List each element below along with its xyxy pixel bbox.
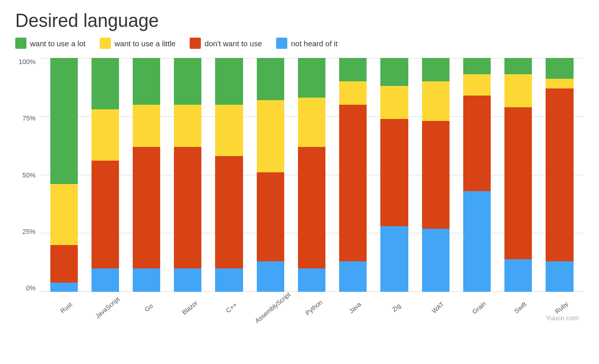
legend-label: want to use a little [114, 39, 175, 48]
bar-segment-notHeard [92, 268, 119, 292]
bar-segment-wantLittle [257, 100, 284, 173]
bar-segment-dontWant [463, 96, 491, 192]
bars-container: RustJavaScriptGoBlazorC++AssemblyScriptP… [40, 58, 584, 312]
bar-segment-wantLot [215, 58, 243, 105]
bar-group: WAT [416, 58, 455, 292]
bar-segment-wantLittle [92, 109, 119, 161]
bar-group: Grain [458, 58, 496, 292]
y-axis-label: 100% [19, 58, 36, 66]
bar-segment-dontWant [422, 121, 450, 229]
bar-group: Ruby [541, 58, 579, 292]
bar-segment-notHeard [133, 268, 160, 292]
bar-stack [257, 58, 284, 292]
bar-segment-wantLittle [50, 184, 78, 245]
y-axis-label: 25% [22, 228, 36, 235]
bar-group: JavaScript [86, 58, 124, 292]
legend-color-box [100, 38, 111, 49]
y-axis-label: 75% [22, 114, 36, 122]
bar-group: Rust [45, 58, 83, 292]
bar-stack [298, 58, 325, 292]
y-axis: 100%75%50%25%0% [15, 58, 40, 312]
bar-label: Go [143, 302, 155, 313]
bar-group: Zig [375, 58, 413, 292]
bar-label: Java [348, 301, 363, 315]
legend-color-box [15, 38, 26, 49]
bar-stack [133, 58, 160, 292]
bar-label: Grain [471, 300, 487, 315]
bar-group: Java [334, 58, 372, 292]
bar-segment-notHeard [339, 261, 367, 292]
bar-stack [504, 58, 532, 292]
bar-label: C++ [224, 301, 238, 314]
bar-segment-dontWant [298, 147, 325, 268]
bar-segment-wantLittle [339, 81, 367, 105]
bar-segment-dontWant [50, 245, 78, 283]
bar-segment-notHeard [463, 191, 491, 292]
bar-group: Blazor [169, 58, 207, 292]
legend: want to use a lotwant to use a littledon… [15, 38, 584, 49]
bar-segment-notHeard [504, 259, 532, 292]
bar-segment-notHeard [215, 268, 243, 292]
legend-item: not heard of it [276, 38, 338, 49]
bar-label: Zig [391, 302, 402, 313]
bar-segment-dontWant [504, 107, 532, 259]
y-axis-label: 0% [26, 284, 36, 292]
bar-label: Swift [513, 300, 528, 315]
bar-segment-notHeard [422, 229, 450, 292]
bar-group: Swift [499, 58, 537, 292]
bar-segment-wantLittle [463, 74, 491, 95]
legend-label: not heard of it [291, 39, 338, 48]
bar-segment-wantLot [546, 58, 573, 79]
bar-stack [92, 58, 119, 292]
bar-segment-wantLittle [133, 105, 160, 147]
bar-segment-wantLot [133, 58, 160, 105]
bar-stack [463, 58, 491, 292]
bar-segment-dontWant [339, 105, 367, 261]
bar-segment-notHeard [380, 226, 408, 292]
legend-item: want to use a little [100, 38, 175, 49]
chart-title: Desired language [15, 10, 584, 32]
bar-label: Rust [59, 301, 74, 315]
bar-group: Python [292, 58, 331, 292]
bar-segment-wantLot [92, 58, 119, 109]
bar-segment-wantLot [298, 58, 325, 98]
bar-segment-dontWant [174, 147, 201, 268]
bar-stack [215, 58, 243, 292]
bars-row: RustJavaScriptGoBlazorC++AssemblyScriptP… [40, 58, 584, 312]
bar-stack [50, 58, 78, 292]
y-axis-label: 50% [22, 171, 36, 179]
legend-color-box [190, 38, 201, 49]
bar-stack [546, 58, 573, 292]
bar-segment-dontWant [546, 88, 573, 261]
bar-segment-wantLittle [380, 86, 408, 118]
bar-segment-dontWant [215, 156, 243, 268]
bar-segment-wantLittle [422, 81, 450, 121]
bar-segment-wantLittle [174, 105, 201, 147]
bar-segment-wantLot [339, 58, 367, 81]
bar-segment-wantLittle [298, 98, 325, 147]
bar-label: Ruby [554, 300, 570, 315]
bar-segment-wantLittle [504, 74, 532, 107]
bar-segment-notHeard [257, 261, 284, 292]
bar-segment-wantLot [257, 58, 284, 100]
legend-item: want to use a lot [15, 38, 85, 49]
bar-stack [380, 58, 408, 292]
bar-segment-notHeard [50, 283, 78, 292]
bar-segment-wantLot [422, 58, 450, 81]
bar-segment-wantLittle [215, 105, 243, 156]
bar-stack [174, 58, 201, 292]
bar-segment-dontWant [380, 119, 408, 227]
bar-group: AssemblyScript [251, 58, 289, 292]
bar-segment-wantLot [50, 58, 78, 184]
bar-segment-wantLot [504, 58, 532, 74]
bar-stack [422, 58, 450, 292]
legend-label: want to use a lot [30, 39, 85, 48]
bar-segment-wantLot [174, 58, 201, 105]
bar-group: Go [127, 58, 165, 292]
bar-segment-notHeard [298, 268, 325, 292]
bar-label: WAT [431, 301, 445, 315]
bar-segment-notHeard [174, 268, 201, 292]
chart-area: 100%75%50%25%0% RustJavaScriptGoBlazorC+… [15, 58, 584, 312]
bar-stack [339, 58, 367, 292]
bar-segment-wantLot [463, 58, 491, 74]
